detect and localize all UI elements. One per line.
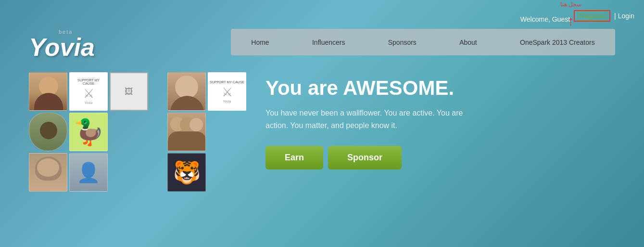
- logo-area: beta Yovia: [29, 29, 135, 63]
- nav-influencers[interactable]: Influencers: [312, 39, 345, 46]
- avatar-broken: 🖼: [110, 72, 148, 111]
- nav-bar: Home Influencers Sponsors About OneSpark…: [231, 29, 615, 55]
- avatar-grid-right: SUPPORT MY CAUSE ⚔ Yovia 🐯: [167, 72, 246, 192]
- nav-home[interactable]: Home: [251, 39, 269, 46]
- separator: |: [614, 12, 616, 20]
- earn-button[interactable]: Earn: [265, 146, 323, 169]
- nav-about[interactable]: About: [459, 39, 477, 46]
- avatar-empty-1: [110, 113, 148, 151]
- avatar-woman: [29, 72, 67, 111]
- hero-text: You are AWESOME. You have never been a w…: [265, 72, 506, 169]
- avatar-empty-2: [110, 153, 148, 192]
- avatar-support-wings-2: SUPPORT MY CAUSE ⚔ Yovia: [208, 72, 246, 111]
- avatar-empty-4: [208, 153, 246, 192]
- avatar-group: [167, 113, 206, 151]
- avatar-person1: [167, 72, 206, 111]
- register-link[interactable]: Register: [578, 11, 606, 21]
- hero-headline: You are AWESOME.: [265, 77, 506, 99]
- avatar-empty-3: [208, 113, 246, 151]
- cta-buttons: Earn Sponsor: [265, 146, 506, 169]
- avatar-duck: 🦆: [69, 113, 108, 151]
- arabic-annotation: سجل هنا: [560, 1, 581, 8]
- avatar-sloth: [29, 153, 67, 192]
- avatar-avocado: [29, 113, 67, 151]
- main-content: SUPPORT MY CAUSE ⚔ Yovia 🖼 🦆 👤: [29, 72, 615, 192]
- hero-description: You have never been a wallflower. You ar…: [265, 107, 467, 131]
- top-bar: سجل هنا Welcome, Guest. Register | Login: [0, 0, 644, 24]
- nav-onespark[interactable]: OneSpark 2013 Creators: [520, 39, 595, 46]
- avatar-silhouette: 👤: [69, 153, 108, 192]
- logo-name: Yovia: [29, 35, 95, 60]
- welcome-text: Welcome, Guest.: [520, 15, 572, 23]
- login-link[interactable]: Login: [618, 12, 634, 20]
- avatar-wings-support: SUPPORT MY CAUSE ⚔ Yovia: [69, 72, 108, 111]
- avatar-tiger: 🐯: [167, 153, 206, 192]
- avatar-grid-left: SUPPORT MY CAUSE ⚔ Yovia 🖼 🦆 👤: [29, 72, 148, 192]
- arrow-annotation: ↑: [568, 14, 574, 28]
- sponsor-button[interactable]: Sponsor: [328, 146, 402, 169]
- nav-sponsors[interactable]: Sponsors: [388, 39, 417, 46]
